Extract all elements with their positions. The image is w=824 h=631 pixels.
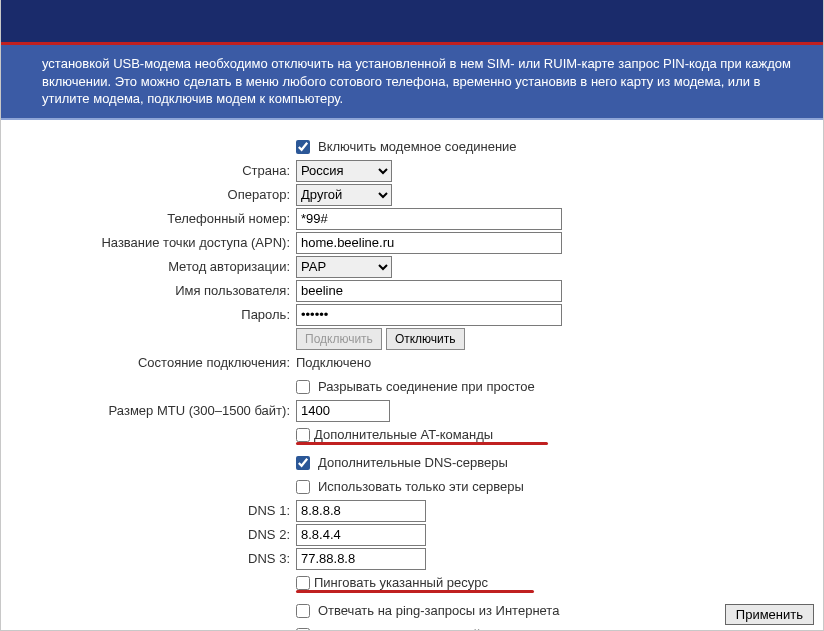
extra-at-checkbox[interactable] (296, 428, 310, 442)
form-area: Включить модемное соединение Страна: Рос… (0, 120, 824, 631)
disconnect-button[interactable]: Отключить (386, 328, 465, 350)
apply-button[interactable]: Применить (725, 604, 814, 625)
conn-state-value: Подключено (296, 355, 371, 370)
connect-button[interactable]: Подключить (296, 328, 382, 350)
country-label: Страна: (10, 163, 296, 178)
answer-ping-checkbox[interactable] (296, 604, 310, 618)
enable-modem-checkbox[interactable] (296, 140, 310, 154)
info-box: установкой USB-модема необходимо отключи… (0, 45, 824, 120)
ping-resource-label: Пинговать указанный ресурс (314, 575, 488, 590)
dns2-label: DNS 2: (10, 527, 296, 542)
username-input[interactable] (296, 280, 562, 302)
enable-modem-label: Включить модемное соединение (318, 139, 517, 154)
idle-disconnect-label: Разрывать соединение при простое (318, 379, 535, 394)
auth-select[interactable]: PAP (296, 256, 392, 278)
mtu-label: Размер MTU (300–1500 байт): (10, 403, 296, 418)
answer-ping-label: Отвечать на ping-запросы из Интернета (318, 603, 559, 618)
phone-label: Телефонный номер: (10, 211, 296, 226)
ping-resource-checkbox[interactable] (296, 576, 310, 590)
conn-state-label: Состояние подключения: (10, 355, 296, 370)
auth-label: Метод авторизации: (10, 259, 296, 274)
set-usb-port-checkbox[interactable] (296, 628, 310, 631)
top-bar (0, 0, 824, 45)
dns1-input[interactable] (296, 500, 426, 522)
dns1-label: DNS 1: (10, 503, 296, 518)
extra-dns-label: Дополнительные DNS-серверы (318, 455, 508, 470)
extra-at-label: Дополнительные AT-команды (314, 427, 493, 442)
apn-input[interactable] (296, 232, 562, 254)
phone-input[interactable] (296, 208, 562, 230)
country-select[interactable]: Россия (296, 160, 392, 182)
dns3-label: DNS 3: (10, 551, 296, 566)
operator-label: Оператор: (10, 187, 296, 202)
password-input[interactable] (296, 304, 562, 326)
dns2-input[interactable] (296, 524, 426, 546)
username-label: Имя пользователя: (10, 283, 296, 298)
dns3-input[interactable] (296, 548, 426, 570)
extra-dns-checkbox[interactable] (296, 456, 310, 470)
password-label: Пароль: (10, 307, 296, 322)
mtu-input[interactable] (296, 400, 390, 422)
only-these-dns-checkbox[interactable] (296, 480, 310, 494)
info-text: установкой USB-модема необходимо отключи… (42, 56, 791, 106)
operator-select[interactable]: Другой (296, 184, 392, 206)
idle-disconnect-checkbox[interactable] (296, 380, 310, 394)
set-usb-port-label: Установить порт интерфейса usb-модема (318, 627, 570, 631)
only-these-dns-label: Использовать только эти серверы (318, 479, 524, 494)
apn-label: Название точки доступа (APN): (10, 235, 296, 250)
